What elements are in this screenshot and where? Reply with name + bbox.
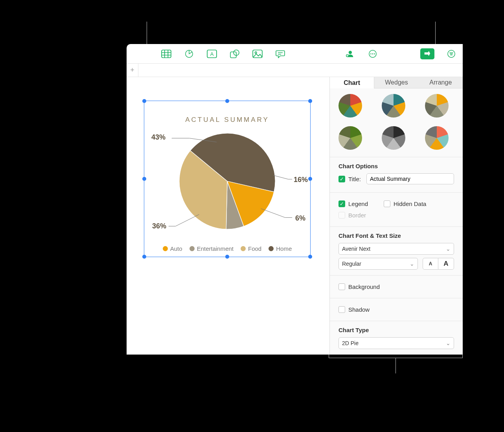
title-label: Title: — [348, 176, 361, 182]
background-row[interactable]: Background — [338, 283, 454, 290]
font-weight-value: Regular — [342, 261, 361, 267]
tab-wedges[interactable]: Wedges — [374, 77, 418, 88]
background-label: Background — [348, 283, 380, 290]
chart-title: ACTUAL SUMMARY — [144, 116, 310, 124]
chart-style-swatch[interactable] — [425, 94, 449, 118]
callout-line-bottom-r — [462, 355, 463, 358]
data-label-food: 36% — [152, 222, 166, 230]
legend-dot — [269, 246, 274, 251]
font-size-increase[interactable]: A — [438, 258, 454, 270]
add-sheet-button[interactable]: + — [127, 64, 138, 77]
chart-type-select[interactable]: 2D Pie ⌄ — [338, 337, 454, 349]
legend-dot — [241, 246, 246, 251]
data-label-auto: 16% — [294, 176, 308, 184]
selected-chart[interactable]: ACTUAL SUMMARY 43% 16% 6% 36% AutoEntert… — [144, 101, 311, 257]
shadow-checkbox[interactable] — [338, 306, 345, 313]
data-label-home: 43% — [151, 133, 166, 142]
border-checkbox — [338, 212, 345, 219]
chevron-down-icon: ⌄ — [446, 340, 451, 346]
font-weight-select[interactable]: Regular ⌄ — [338, 258, 418, 270]
font-family-value: Avenir Next — [342, 246, 370, 252]
collaborate-icon[interactable] — [344, 48, 356, 60]
legend-text: Home — [276, 245, 292, 252]
sheet-tab-bar: + — [127, 64, 463, 77]
resize-handle[interactable] — [225, 99, 229, 103]
svg-text:A: A — [210, 51, 214, 57]
svg-rect-0 — [162, 50, 171, 58]
chart-style-swatch[interactable] — [382, 126, 405, 150]
table-icon[interactable] — [160, 48, 172, 60]
hidden-data-label: Hidden Data — [394, 200, 426, 207]
font-section: Chart Font & Text Size Avenir Next ⌄ Reg… — [330, 227, 463, 276]
legend-item: Food — [241, 245, 261, 252]
resize-handle[interactable] — [308, 255, 312, 259]
callout-line-right-top — [435, 22, 436, 44]
legend-checkbox[interactable] — [338, 200, 345, 207]
data-label-entertainment: 6% — [295, 214, 305, 222]
legend-item: Home — [269, 245, 292, 252]
resize-handle[interactable] — [142, 177, 146, 181]
font-size-decrease[interactable]: A — [423, 258, 438, 270]
svg-point-17 — [370, 53, 372, 54]
organize-icon[interactable] — [445, 48, 457, 60]
svg-point-14 — [349, 51, 352, 54]
hidden-data-row[interactable]: Hidden Data — [384, 200, 426, 207]
chart-style-swatch[interactable] — [425, 126, 449, 150]
border-label: Border — [348, 212, 366, 219]
sidebar-tabs: Chart Wedges Arrange — [330, 77, 463, 88]
media-icon[interactable] — [252, 48, 263, 60]
resize-handle[interactable] — [308, 177, 312, 181]
title-checkbox[interactable] — [338, 176, 345, 182]
tab-arrange[interactable]: Arrange — [419, 77, 463, 88]
chart-options-section: Chart Options Title: — [330, 157, 463, 193]
callout-line-bottom-l — [329, 355, 329, 358]
comment-icon[interactable] — [274, 48, 286, 60]
resize-handle[interactable] — [308, 99, 312, 103]
legend-item: Entertainment — [189, 245, 234, 252]
chart-type-section: Chart Type 2D Pie ⌄ — [330, 321, 463, 355]
font-family-select[interactable]: Avenir Next ⌄ — [338, 243, 454, 255]
chart-options-header: Chart Options — [338, 163, 454, 169]
legend-item: Auto — [163, 245, 182, 252]
svg-point-18 — [372, 53, 373, 54]
legend-text: Entertainment — [197, 245, 234, 252]
chevron-down-icon: ⌄ — [410, 261, 414, 267]
shadow-label: Shadow — [348, 306, 370, 313]
shadow-row[interactable]: Shadow — [338, 306, 454, 313]
resize-handle[interactable] — [225, 255, 229, 259]
background-checkbox[interactable] — [338, 283, 345, 290]
tab-chart[interactable]: Chart — [330, 77, 374, 88]
resize-handle[interactable] — [142, 255, 146, 259]
legend-text: Food — [248, 245, 261, 252]
pie-chart[interactable] — [179, 133, 275, 229]
legend-section: Legend Hidden Data Border — [330, 193, 463, 227]
legend-label: Legend — [348, 200, 368, 207]
chart-style-swatch[interactable] — [338, 126, 362, 150]
chart-style-swatch[interactable] — [338, 94, 362, 118]
shape-icon[interactable] — [229, 48, 241, 60]
legend-text: Auto — [170, 245, 182, 252]
hidden-data-checkbox[interactable] — [384, 200, 390, 207]
text-icon[interactable]: A — [206, 48, 218, 60]
format-sidebar: Chart Wedges Arrange Chart Options Title… — [329, 77, 463, 355]
format-icon[interactable] — [420, 48, 434, 59]
chevron-down-icon: ⌄ — [446, 246, 451, 252]
callout-line-left — [147, 22, 147, 44]
chart-icon[interactable] — [183, 48, 195, 60]
legend-row[interactable]: Legend — [338, 200, 368, 207]
shadow-section: Shadow — [330, 298, 463, 321]
app-window: A + ACTUAL SUMMARY — [127, 44, 463, 355]
resize-handle[interactable] — [142, 99, 146, 103]
title-row: Title: — [338, 173, 454, 184]
border-row: Border — [338, 212, 454, 219]
more-icon[interactable] — [367, 48, 379, 60]
chart-type-value: 2D Pie — [342, 340, 359, 346]
svg-point-11 — [255, 51, 257, 53]
legend-dot — [163, 246, 168, 251]
background-section: Background — [330, 276, 463, 298]
legend-dot — [189, 246, 195, 251]
svg-point-19 — [374, 53, 375, 54]
canvas[interactable]: ACTUAL SUMMARY 43% 16% 6% 36% AutoEntert… — [127, 77, 329, 355]
title-input[interactable] — [366, 173, 454, 184]
chart-style-swatch[interactable] — [382, 94, 405, 118]
